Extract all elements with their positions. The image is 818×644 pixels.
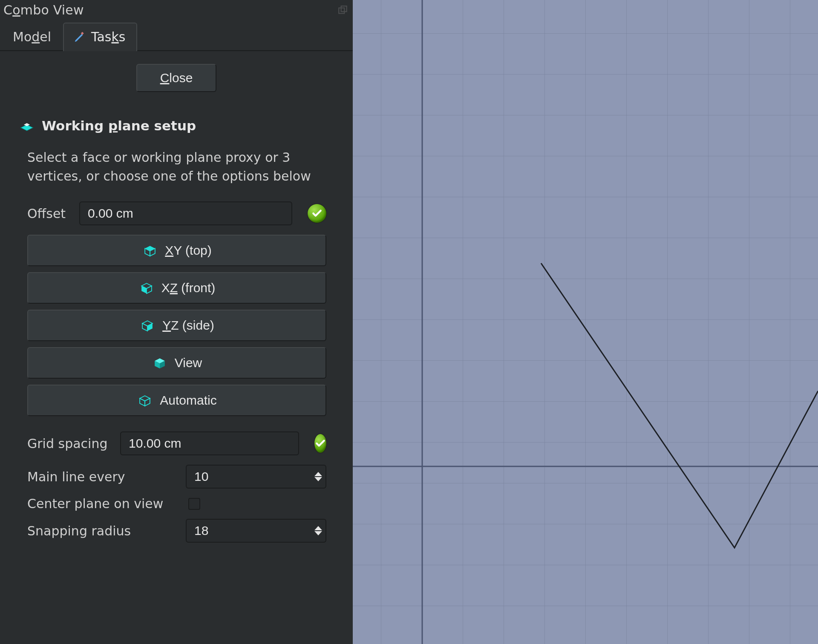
cube-wire-icon [137, 392, 153, 408]
working-plane-icon [19, 118, 35, 134]
mainline-label: Main line every [27, 469, 176, 484]
section-header: Working plane setup [19, 118, 337, 134]
svg-marker-5 [145, 246, 155, 251]
svg-marker-17 [140, 396, 150, 401]
detach-icon[interactable] [337, 5, 349, 16]
cube-solid-icon [152, 355, 168, 371]
offset-input[interactable] [79, 201, 292, 225]
plane-yz-button[interactable]: YZ (side) [27, 310, 326, 341]
grid-spacing-label: Grid spacing [27, 436, 111, 451]
pencil-icon [73, 31, 86, 43]
snapping-input[interactable] [186, 519, 326, 543]
snapping-label: Snapping radius [27, 523, 176, 538]
plane-xy-button[interactable]: XY (top) [27, 235, 326, 266]
panel-title: Combo View [3, 3, 84, 17]
close-button[interactable]: Close [136, 64, 217, 92]
tab-model[interactable]: Model [3, 23, 63, 51]
viewport-3d[interactable] [353, 0, 818, 644]
panel-titlebar: Combo View [0, 0, 353, 22]
center-plane-row: Center plane on view [27, 496, 326, 511]
grid-spacing-input[interactable] [120, 431, 299, 455]
spin-up-icon[interactable] [314, 526, 322, 530]
svg-marker-19 [145, 398, 150, 406]
plane-xz-button[interactable]: XZ (front) [27, 272, 326, 304]
combo-view-panel: Combo View Model Tasks Close [0, 0, 353, 644]
svg-marker-10 [147, 286, 152, 293]
svg-marker-18 [140, 398, 145, 406]
svg-rect-2 [81, 32, 84, 34]
offset-row: Offset [27, 201, 326, 225]
center-plane-label: Center plane on view [27, 496, 177, 511]
grid-spacing-row: Grid spacing [27, 431, 326, 455]
task-body: Close Working plane setup Select a face … [0, 51, 353, 644]
plane-view-button[interactable]: View [27, 347, 326, 379]
cube-top-icon [142, 242, 158, 259]
center-plane-checkbox[interactable] [188, 498, 200, 510]
checkmark-icon [314, 434, 326, 453]
plane-automatic-button[interactable]: Automatic [27, 385, 326, 416]
spin-up-icon[interactable] [314, 472, 322, 476]
mainline-input[interactable] [186, 465, 326, 489]
cube-side-icon [139, 317, 156, 334]
spin-down-icon[interactable] [314, 477, 322, 481]
section-description: Select a face or working plane proxy or … [27, 148, 332, 185]
mainline-row: Main line every [27, 465, 326, 489]
checkmark-icon [308, 204, 326, 223]
spin-down-icon[interactable] [314, 531, 322, 535]
tab-tasks[interactable]: Tasks [63, 23, 137, 51]
svg-marker-12 [142, 323, 147, 331]
offset-label: Offset [27, 206, 70, 221]
cube-front-icon [138, 280, 155, 296]
snapping-row: Snapping radius [27, 519, 326, 543]
tab-bar: Model Tasks [0, 22, 353, 51]
